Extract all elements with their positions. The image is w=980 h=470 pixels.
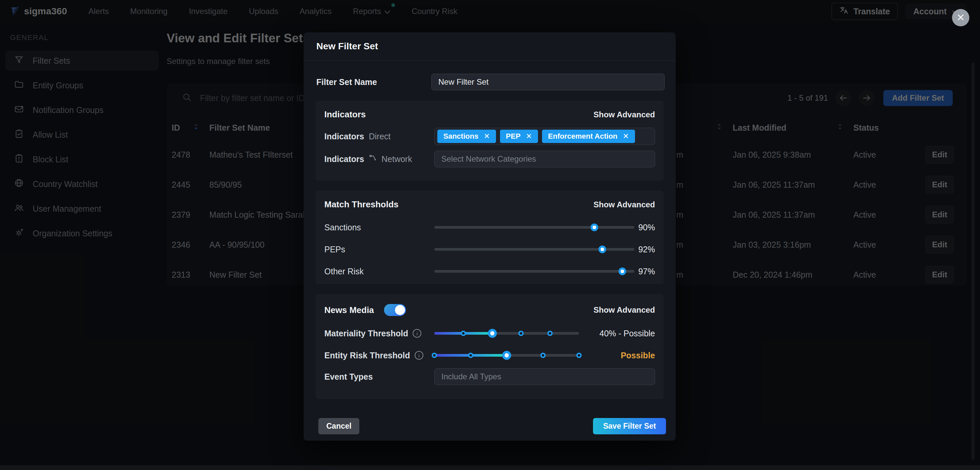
filter-set-name-row: Filter Set Name New Filter Set	[317, 74, 665, 90]
event-types-select[interactable]: Include All Types	[434, 368, 655, 385]
tag-label: PEP	[506, 132, 521, 141]
toggle-knob	[395, 305, 405, 315]
slider-handle[interactable]	[488, 329, 497, 338]
filter-set-name-input[interactable]: New Filter Set	[431, 74, 665, 90]
modal-header: New Filter Set	[304, 32, 676, 61]
entity-risk-threshold-slider[interactable]	[434, 354, 579, 357]
save-filter-set-button[interactable]: Save Filter Set	[593, 418, 666, 434]
modal-close-button[interactable]: ✕	[952, 9, 969, 26]
tag-remove-icon[interactable]: ✕	[526, 132, 532, 141]
news-slider-row-materiality-threshold: Materiality Thresholdi40% - Possible	[325, 329, 655, 338]
slider-handle[interactable]	[599, 246, 606, 253]
indicators-direct-sublabel: Direct	[369, 132, 390, 141]
news-media-panel: News Media Show Advanced Materiality Thr…	[316, 294, 663, 399]
indicators-network-label: Indicators	[325, 155, 364, 164]
news-slider-label: Materiality Threshold	[325, 329, 408, 338]
info-icon[interactable]: i	[413, 329, 422, 338]
threshold-row-sanctions: Sanctions90%	[325, 223, 655, 232]
materiality-threshold-slider[interactable]	[434, 332, 579, 335]
network-categories-select[interactable]: Select Network Categories	[434, 151, 655, 167]
indicator-tag-enforcement-action: Enforcement Action✕	[542, 130, 635, 143]
match-thresholds-panel: Match Thresholds Show Advanced Sanctions…	[316, 191, 663, 284]
news-slider-label: Entity Risk Threshold	[325, 351, 410, 360]
peps-slider[interactable]	[434, 248, 634, 251]
tag-remove-icon[interactable]: ✕	[623, 132, 628, 141]
indicators-network-sublabel: Network	[381, 155, 412, 164]
sanctions-slider[interactable]	[434, 226, 634, 229]
direct-indicators-input[interactable]: Sanctions✕PEP✕Enforcement Action✕	[434, 127, 655, 145]
tag-label: Enforcement Action	[548, 132, 617, 141]
threshold-label: PEPs	[325, 245, 345, 254]
tag-label: Sanctions	[443, 132, 478, 141]
new-filter-set-modal: New Filter Set Filter Set Name New Filte…	[304, 32, 676, 441]
slider-stop-marker[interactable]	[518, 331, 523, 336]
slider-stop-marker[interactable]	[461, 331, 466, 336]
news-slider-row-entity-risk-threshold: Entity Risk ThresholdiPossible	[325, 351, 655, 360]
network-route-icon	[369, 154, 377, 164]
threshold-row-other-risk: Other Risk97%	[325, 267, 655, 276]
info-icon[interactable]: i	[415, 351, 423, 360]
threshold-label: Other Risk	[325, 267, 364, 276]
slider-stop-marker[interactable]	[547, 331, 553, 336]
tag-remove-icon[interactable]: ✕	[484, 132, 490, 141]
threshold-row-peps: PEPs92%	[325, 245, 655, 254]
slider-stop-marker[interactable]	[540, 353, 546, 358]
slider-handle[interactable]	[591, 224, 598, 231]
indicators-panel: Indicators Show Advanced Indicators Dire…	[316, 101, 663, 181]
news-media-title: News Media	[325, 305, 374, 315]
slider-handle[interactable]	[502, 351, 511, 360]
threshold-value: 92%	[638, 245, 655, 254]
indicators-show-advanced-link[interactable]: Show Advanced	[593, 110, 655, 119]
threshold-value: 97%	[638, 267, 655, 276]
threshold-label: Sanctions	[325, 223, 361, 232]
indicators-title: Indicators	[325, 109, 366, 119]
match-thresholds-show-advanced-link[interactable]: Show Advanced	[593, 200, 655, 209]
match-thresholds-title: Match Thresholds	[325, 199, 398, 210]
threshold-value: 90%	[638, 223, 655, 232]
filter-set-name-label: Filter Set Name	[317, 77, 431, 87]
news-slider-value: 40% - Possible	[599, 329, 655, 338]
other-risk-slider[interactable]	[434, 270, 634, 272]
news-slider-value: Possible	[620, 351, 655, 360]
indicator-tag-pep: PEP✕	[500, 130, 538, 143]
cancel-button[interactable]: Cancel	[318, 418, 360, 434]
slider-handle[interactable]	[619, 268, 626, 275]
slider-stop-marker[interactable]	[432, 353, 437, 358]
indicator-tag-sanctions: Sanctions✕	[438, 130, 496, 143]
event-types-label: Event Types	[325, 372, 373, 382]
indicators-direct-label: Indicators	[325, 132, 364, 141]
slider-stop-marker[interactable]	[468, 353, 473, 358]
modal-title: New Filter Set	[317, 41, 378, 52]
news-media-toggle[interactable]	[384, 304, 406, 316]
news-media-show-advanced-link[interactable]: Show Advanced	[593, 305, 655, 315]
app-root: sigma360 AlertsMonitoringInvestigateUplo…	[0, 0, 980, 470]
slider-stop-marker[interactable]	[576, 353, 582, 358]
